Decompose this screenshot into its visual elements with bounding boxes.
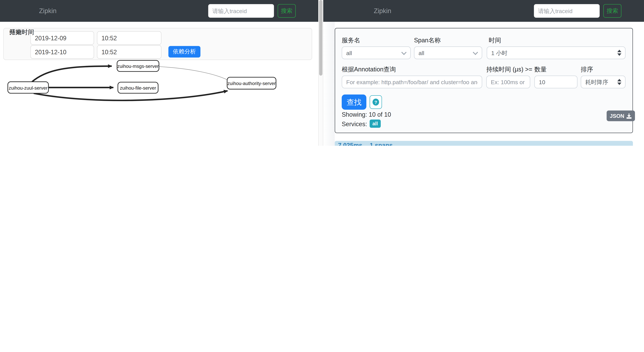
end-time-label: 结束时间 <box>10 28 34 36</box>
graph-node-authority-server[interactable]: zuihou-authority-server <box>227 77 276 89</box>
end-time-input[interactable] <box>97 45 161 59</box>
left-navbar: Zipkin 搜索 <box>0 0 318 22</box>
trace-row: 7.025ms 1 spans zuihou-monitor x1 7.025m… <box>335 141 633 146</box>
scrollbar-thumb[interactable] <box>319 0 322 76</box>
navbar-search-group: 搜索 <box>534 4 622 18</box>
annotation-query-field[interactable] <box>342 76 482 88</box>
edge-zuul-to-msgs <box>32 66 112 82</box>
trace-query-card: 服务名 Span名称 时间 all all 1 小时 <box>335 28 633 133</box>
annotation-query-input[interactable] <box>342 76 482 88</box>
limit-label: 数量 <box>534 66 546 74</box>
trace-duration: 7.025ms <box>338 142 362 146</box>
sort-select[interactable]: 耗时降序 <box>581 76 626 88</box>
limit-field[interactable] <box>534 76 578 88</box>
dependency-analyze-button[interactable]: 依赖分析 <box>168 46 200 58</box>
sort-label: 排序 <box>581 66 593 74</box>
svg-text:zuihou-zuul-server: zuihou-zuul-server <box>9 85 48 91</box>
min-duration-label: 持续时间 (µs) >= <box>486 66 532 74</box>
trace-span-count: 1 spans <box>370 142 393 146</box>
app-brand: Zipkin <box>39 7 56 14</box>
help-button[interactable]: ? <box>370 95 382 109</box>
services-line: Services: all <box>342 120 381 128</box>
span-name-select-control[interactable]: all <box>414 47 482 59</box>
service-name-select-control[interactable]: all <box>342 47 410 59</box>
right-navbar: Zipkin 搜索 <box>323 0 644 22</box>
span-name-label: Span名称 <box>414 36 441 44</box>
traceid-search-button[interactable]: 搜索 <box>603 4 622 18</box>
download-icon <box>626 113 632 118</box>
trace-result-list: 7.025ms 1 spans zuihou-monitor x1 7.025m… <box>335 141 633 146</box>
service-filter-badge[interactable]: all <box>370 120 381 128</box>
time-label: 时间 <box>489 36 501 44</box>
traceid-search-input[interactable] <box>534 4 600 18</box>
zipkin-split-view: Zipkin 搜索 开始时间 结束时间 依赖分析 <box>0 0 644 146</box>
showing-count-text: Showing: 10 of 10 <box>342 111 391 118</box>
services-label: Services: <box>342 120 367 127</box>
traceid-search-button[interactable]: 搜索 <box>278 4 296 18</box>
min-duration-input[interactable] <box>487 76 530 88</box>
download-json-button[interactable]: JSON <box>606 110 635 121</box>
sort-select-control[interactable]: 耗时降序 <box>581 76 625 88</box>
json-button-label: JSON <box>610 113 624 119</box>
limit-input[interactable] <box>535 76 577 88</box>
traceid-search-input[interactable] <box>208 4 274 18</box>
app-brand: Zipkin <box>374 7 391 14</box>
service-name-label: 服务名 <box>342 36 360 44</box>
start-date-input[interactable] <box>30 31 94 45</box>
svg-text:zuihou-msgs-server: zuihou-msgs-server <box>117 64 159 69</box>
svg-text:zuihou-file-server: zuihou-file-server <box>120 85 156 91</box>
find-traces-button[interactable]: 查找 <box>342 94 366 110</box>
vertical-scrollbar[interactable] <box>318 0 323 146</box>
graph-node-msgs-server[interactable]: zuihou-msgs-server <box>117 60 159 72</box>
graph-node-file-server[interactable]: zuihou-file-server <box>118 82 158 93</box>
trace-duration-bar[interactable]: 7.025ms 1 spans <box>335 141 633 146</box>
dependency-graph: zuihou-msgs-server zuihou-zuul-server zu… <box>0 58 288 113</box>
annotation-query-label: 根据Annotation查询 <box>342 66 396 74</box>
dependency-panel: Zipkin 搜索 开始时间 结束时间 依赖分析 <box>0 0 318 146</box>
start-time-input[interactable] <box>97 31 161 45</box>
edge-msgs-to-authority <box>159 66 227 80</box>
date-filter-card: 开始时间 结束时间 依赖分析 <box>3 28 312 60</box>
end-date-input[interactable] <box>30 45 94 59</box>
min-duration-field[interactable] <box>486 76 530 88</box>
help-icon: ? <box>372 99 379 106</box>
lookback-select[interactable]: 1 小时 <box>487 46 626 59</box>
trace-search-panel: Zipkin 搜索 服务名 Span名称 时间 all all <box>323 0 644 146</box>
svg-text:zuihou-authority-server: zuihou-authority-server <box>228 81 276 86</box>
lookback-select-control[interactable]: 1 小时 <box>487 47 625 59</box>
graph-node-zuul-server[interactable]: zuihou-zuul-server <box>8 82 48 93</box>
service-name-select[interactable]: all <box>342 46 411 59</box>
navbar-search-group: 搜索 <box>208 4 296 18</box>
span-name-select[interactable]: all <box>414 46 482 59</box>
